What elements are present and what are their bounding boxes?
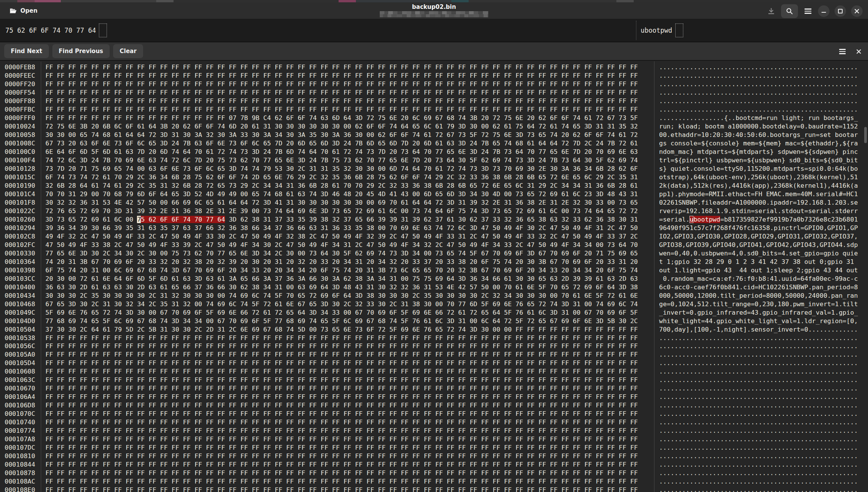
ascii-pane[interactable]: ........................................… — [659, 63, 858, 492]
titlebar: Open backup02.bin — [0, 2, 868, 19]
text-cursor — [99, 23, 107, 37]
search-ascii-input[interactable]: ubootpwd — [636, 19, 863, 42]
clear-button[interactable]: Clear — [113, 44, 143, 58]
hamburger-icon — [805, 8, 811, 10]
offset-column: 0000FEB8 0000FEEC 0000FF20 0000FF54 0000… — [0, 62, 41, 492]
window-subtitle-redacted — [380, 11, 488, 17]
search-button[interactable] — [781, 4, 798, 18]
folder-open-icon — [9, 7, 17, 15]
hex-editor-window: Open backup02.bin — [0, 0, 868, 492]
search-hex-input[interactable]: 75 62 6F 6F 74 70 77 64 — [0, 19, 636, 42]
text-cursor — [675, 23, 683, 37]
hex-document-view: 0000FEB8 0000FEEC 0000FF20 0000FF54 0000… — [0, 62, 868, 492]
window-title-area: backup02.bin — [231, 3, 637, 17]
search-icon — [786, 7, 793, 15]
open-button-label: Open — [20, 7, 37, 14]
minimize-button[interactable] — [818, 5, 830, 17]
hex-ascii-divider — [654, 62, 654, 492]
search-ascii-query: ubootpwd — [641, 27, 672, 34]
window-title: backup02.bin — [231, 3, 637, 11]
find-close-button[interactable] — [856, 49, 861, 54]
close-button[interactable] — [851, 5, 863, 17]
scrollbar-thumb[interactable] — [864, 127, 867, 143]
find-bar-controls — [839, 42, 861, 61]
close-icon — [854, 8, 860, 14]
open-button[interactable]: Open — [6, 5, 40, 17]
maximize-button[interactable] — [835, 5, 846, 17]
download-icon[interactable] — [767, 7, 775, 15]
menu-button[interactable] — [805, 8, 811, 14]
search-term-row: 75 62 6F 6F 74 70 77 64 ubootpwd — [0, 19, 868, 42]
find-options-button[interactable] — [839, 49, 846, 54]
hamburger-icon — [839, 49, 846, 50]
find-previous-button[interactable]: Find Previous — [52, 44, 110, 58]
hex-dump-pane[interactable]: FF FF FF FF FF FF FF FF FF FF FF FF FF F… — [45, 63, 638, 492]
search-hex-query: 75 62 6F 6F 74 70 77 64 — [5, 27, 96, 34]
titlebar-controls — [767, 4, 863, 18]
find-bar: Find Next Find Previous Clear — [0, 42, 868, 61]
maximize-icon — [838, 9, 843, 13]
minimize-icon — [821, 12, 826, 13]
find-next-button[interactable]: Find Next — [4, 44, 49, 58]
